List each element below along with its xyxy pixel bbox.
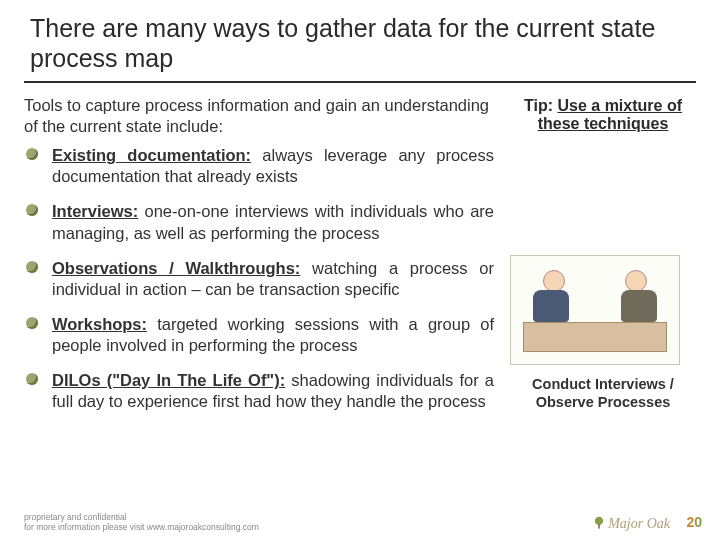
svg-rect-1 (598, 524, 599, 528)
person-right-icon (617, 270, 661, 322)
tip-box: Tip: Use a mixture of these techniques (510, 95, 696, 135)
bullet-list: Existing documentation: always leverage … (24, 145, 494, 412)
footer: proprietary and confidential for more in… (24, 512, 259, 532)
list-item: Observations / Walkthroughs: watching a … (42, 258, 494, 300)
intro-text: Tools to capture process information and… (24, 95, 494, 137)
body: Tools to capture process information and… (24, 95, 696, 426)
term: Workshops: (52, 315, 147, 333)
interview-illustration (510, 255, 680, 365)
illustration-caption: Conduct Interviews / Observe Processes (510, 375, 696, 411)
right-column: Tip: Use a mixture of these techniques C… (494, 95, 696, 426)
term: Observations / Walkthroughs: (52, 259, 300, 277)
person-left-icon (529, 270, 573, 322)
tree-icon (592, 516, 606, 530)
slide: There are many ways to gather data for t… (0, 0, 720, 540)
svg-point-0 (595, 517, 603, 525)
page-number: 20 (686, 514, 702, 530)
tip-prefix: Tip: (524, 97, 553, 114)
term: Interviews: (52, 202, 138, 220)
list-item: Workshops: targeted working sessions wit… (42, 314, 494, 356)
footer-line1: proprietary and confidential (24, 512, 259, 522)
term: Existing documentation: (52, 146, 251, 164)
tip-text: Use a mixture of these techniques (538, 97, 682, 132)
slide-title: There are many ways to gather data for t… (24, 14, 696, 83)
left-column: Tools to capture process information and… (24, 95, 494, 426)
footer-line2: for more information please visit www.ma… (24, 522, 259, 532)
desk-icon (523, 322, 667, 352)
brand-logo: Major Oak (592, 516, 670, 532)
term: DILOs ("Day In The Life Of"): (52, 371, 285, 389)
list-item: Interviews: one-on-one interviews with i… (42, 201, 494, 243)
list-item: DILOs ("Day In The Life Of"): shadowing … (42, 370, 494, 412)
list-item: Existing documentation: always leverage … (42, 145, 494, 187)
